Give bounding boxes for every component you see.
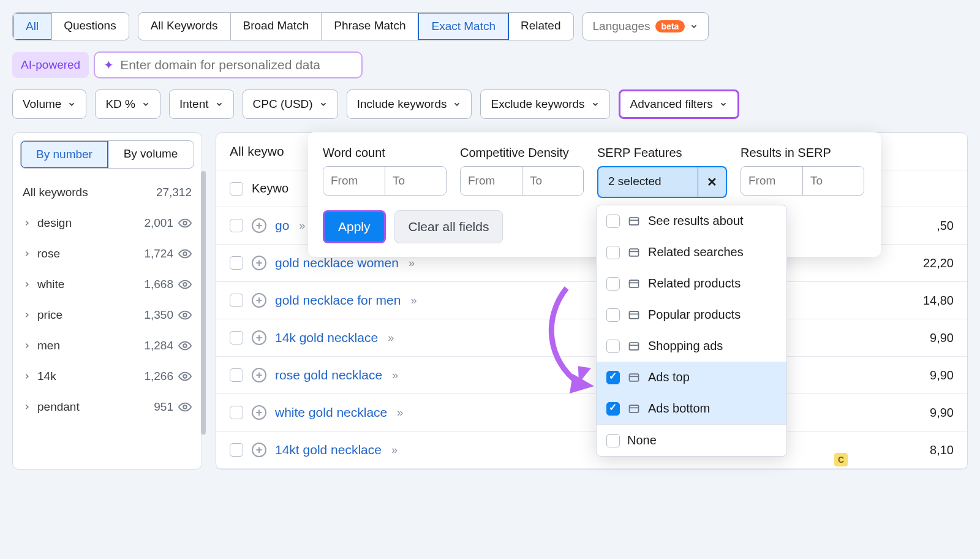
comp-density-from[interactable] xyxy=(461,167,522,195)
add-icon[interactable]: + xyxy=(252,330,266,345)
tab-phrase-match[interactable]: Phrase Match xyxy=(322,13,418,40)
serp-features-select[interactable]: 2 selected ✕ xyxy=(597,166,727,198)
add-icon[interactable]: + xyxy=(252,218,266,233)
word-count-from[interactable] xyxy=(323,167,385,195)
tab-all-keywords[interactable]: All Keywords xyxy=(138,13,231,40)
comp-density-to[interactable] xyxy=(522,167,583,195)
scrollbar[interactable] xyxy=(201,171,206,435)
chevron-right-icon xyxy=(23,372,31,381)
add-icon[interactable]: + xyxy=(252,256,266,270)
dd-checkbox[interactable] xyxy=(606,371,620,384)
dd-item[interactable]: Related products xyxy=(597,268,786,299)
eye-icon xyxy=(178,216,192,230)
dd-checkbox[interactable] xyxy=(606,340,620,353)
keyword-link[interactable]: gold necklace for men xyxy=(275,293,401,308)
add-icon[interactable]: + xyxy=(252,293,266,308)
serp-selected-text: 2 selected xyxy=(598,167,698,197)
add-icon[interactable]: + xyxy=(252,405,266,420)
add-icon[interactable]: + xyxy=(252,443,266,457)
keyword-link[interactable]: 14k gold necklace xyxy=(275,330,378,345)
eye-icon xyxy=(178,308,192,322)
filter-intent[interactable]: Intent xyxy=(169,89,234,119)
tab-all[interactable]: All xyxy=(13,13,51,40)
dd-none-checkbox[interactable] xyxy=(606,434,620,447)
domain-input[interactable] xyxy=(120,58,353,72)
double-chevron-icon[interactable]: » xyxy=(410,294,417,307)
word-count-to[interactable] xyxy=(385,167,446,195)
dd-item[interactable]: See results about xyxy=(597,205,786,237)
chevron-down-icon xyxy=(215,100,224,108)
dd-checkbox[interactable] xyxy=(606,402,620,416)
filter-include[interactable]: Include keywords xyxy=(347,89,472,119)
add-icon[interactable]: + xyxy=(252,368,266,382)
apply-button[interactable]: Apply xyxy=(323,210,386,243)
keyword-link[interactable]: go xyxy=(275,218,289,233)
keyword-link[interactable]: white gold necklace xyxy=(275,405,387,420)
feature-icon xyxy=(627,215,641,228)
double-chevron-icon[interactable]: » xyxy=(299,219,305,232)
row-checkbox[interactable] xyxy=(230,256,243,270)
ai-powered-badge: AI-powered xyxy=(12,52,89,78)
dd-checkbox[interactable] xyxy=(606,246,620,259)
row-checkbox[interactable] xyxy=(230,406,243,419)
group-count: 1,724 xyxy=(144,247,173,260)
ai-input-wrap[interactable]: ✦ xyxy=(94,51,363,78)
filter-cpc[interactable]: CPC (USD) xyxy=(243,89,338,119)
dd-checkbox[interactable] xyxy=(606,277,620,291)
select-all-checkbox[interactable] xyxy=(230,182,243,196)
dd-item[interactable]: Ads top xyxy=(597,362,786,393)
results-from[interactable] xyxy=(741,167,802,195)
dd-item[interactable]: Related searches xyxy=(597,237,786,268)
double-chevron-icon[interactable]: » xyxy=(388,332,394,344)
kw-group-item[interactable]: 14k 1,266 xyxy=(20,361,194,392)
tab-by-number[interactable]: By number xyxy=(20,140,108,169)
kw-group-item[interactable]: men 1,284 xyxy=(20,330,194,361)
double-chevron-icon[interactable]: » xyxy=(397,406,403,419)
languages-dropdown[interactable]: Languages beta xyxy=(582,12,709,40)
dd-label: Shopping ads xyxy=(648,339,723,353)
dd-item[interactable]: Shopping ads xyxy=(597,330,786,362)
row-checkbox[interactable] xyxy=(230,368,243,382)
dd-item[interactable]: Popular products xyxy=(597,299,786,330)
row-checkbox[interactable] xyxy=(230,294,243,307)
double-chevron-icon[interactable]: » xyxy=(392,369,398,382)
tab-exact-match[interactable]: Exact Match xyxy=(418,12,509,40)
dd-checkbox[interactable] xyxy=(606,215,620,228)
eye-icon xyxy=(178,370,192,383)
keyword-link[interactable]: gold necklace women xyxy=(275,256,399,270)
kw-group-item[interactable]: pendant 951 xyxy=(20,392,194,422)
group-name: 14k xyxy=(37,370,56,383)
kw-group-item[interactable]: rose 1,724 xyxy=(20,238,194,269)
keyword-link[interactable]: rose gold necklace xyxy=(275,368,382,382)
row-checkbox[interactable] xyxy=(230,219,243,232)
filter-exclude[interactable]: Exclude keywords xyxy=(480,89,609,119)
tab-questions[interactable]: Questions xyxy=(51,13,129,40)
row-checkbox[interactable] xyxy=(230,443,243,457)
chevron-down-icon xyxy=(591,100,600,108)
kw-group-item[interactable]: white 1,668 xyxy=(20,269,194,300)
keyword-link[interactable]: 14kt gold necklace xyxy=(275,443,382,457)
dd-checkbox[interactable] xyxy=(606,308,620,322)
double-chevron-icon[interactable]: » xyxy=(391,444,398,457)
clear-all-button[interactable]: Clear all fields xyxy=(394,210,503,243)
tab-by-volume[interactable]: By volume xyxy=(108,141,194,168)
row-checkbox[interactable] xyxy=(230,331,243,344)
group-name: pendant xyxy=(37,400,80,414)
serp-clear-icon[interactable]: ✕ xyxy=(698,167,726,197)
kw-group-item[interactable]: price 1,350 xyxy=(20,300,194,330)
dd-none[interactable]: None xyxy=(597,425,786,456)
dd-label: See results about xyxy=(648,214,744,228)
group-count: 1,266 xyxy=(144,370,173,383)
kw-group-item[interactable]: design 2,001 xyxy=(20,208,194,238)
filter-kd[interactable]: KD % xyxy=(95,89,160,119)
filter-volume[interactable]: Volume xyxy=(12,89,86,119)
svg-rect-15 xyxy=(630,343,639,350)
tab-broad-match[interactable]: Broad Match xyxy=(231,13,322,40)
ai-row: AI-powered ✦ xyxy=(12,51,968,78)
filter-advanced[interactable]: Advanced filters xyxy=(619,89,739,119)
tab-related[interactable]: Related xyxy=(508,13,573,40)
results-to[interactable] xyxy=(802,167,864,195)
chevron-down-icon xyxy=(719,100,728,108)
double-chevron-icon[interactable]: » xyxy=(409,257,415,270)
dd-item[interactable]: Ads bottom xyxy=(597,393,786,424)
